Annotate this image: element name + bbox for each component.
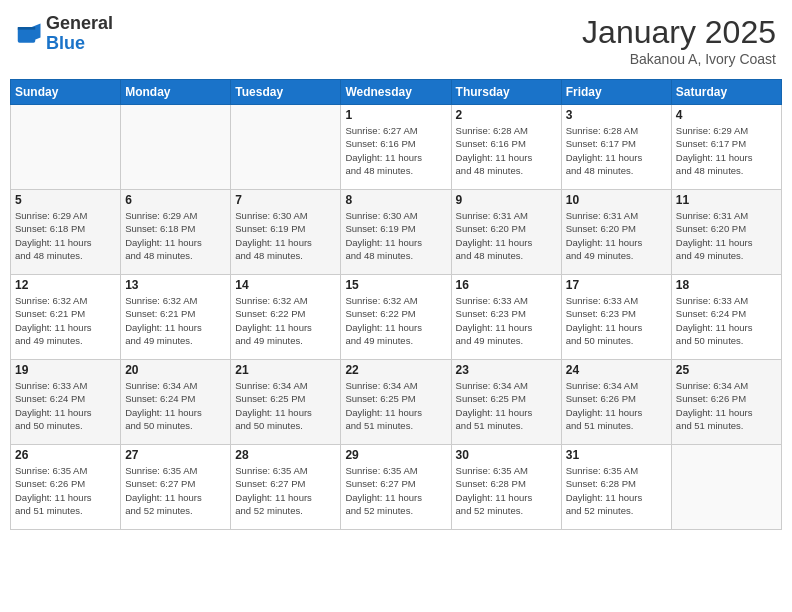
- day-detail: Sunrise: 6:33 AM Sunset: 6:24 PM Dayligh…: [15, 379, 116, 432]
- day-number: 6: [125, 193, 226, 207]
- day-number: 21: [235, 363, 336, 377]
- day-number: 2: [456, 108, 557, 122]
- day-detail: Sunrise: 6:27 AM Sunset: 6:16 PM Dayligh…: [345, 124, 446, 177]
- day-detail: Sunrise: 6:34 AM Sunset: 6:25 PM Dayligh…: [345, 379, 446, 432]
- day-detail: Sunrise: 6:31 AM Sunset: 6:20 PM Dayligh…: [676, 209, 777, 262]
- day-number: 4: [676, 108, 777, 122]
- day-detail: Sunrise: 6:29 AM Sunset: 6:18 PM Dayligh…: [125, 209, 226, 262]
- table-cell: 31Sunrise: 6:35 AM Sunset: 6:28 PM Dayli…: [561, 445, 671, 530]
- logo-general-text: General: [46, 14, 113, 34]
- day-number: 9: [456, 193, 557, 207]
- table-cell: [671, 445, 781, 530]
- table-cell: 1Sunrise: 6:27 AM Sunset: 6:16 PM Daylig…: [341, 105, 451, 190]
- calendar-table: SundayMondayTuesdayWednesdayThursdayFrid…: [10, 79, 782, 530]
- day-detail: Sunrise: 6:34 AM Sunset: 6:24 PM Dayligh…: [125, 379, 226, 432]
- table-cell: 7Sunrise: 6:30 AM Sunset: 6:19 PM Daylig…: [231, 190, 341, 275]
- day-number: 12: [15, 278, 116, 292]
- day-number: 25: [676, 363, 777, 377]
- weekday-saturday: Saturday: [671, 80, 781, 105]
- day-detail: Sunrise: 6:34 AM Sunset: 6:25 PM Dayligh…: [456, 379, 557, 432]
- day-detail: Sunrise: 6:30 AM Sunset: 6:19 PM Dayligh…: [345, 209, 446, 262]
- table-cell: 19Sunrise: 6:33 AM Sunset: 6:24 PM Dayli…: [11, 360, 121, 445]
- day-detail: Sunrise: 6:35 AM Sunset: 6:26 PM Dayligh…: [15, 464, 116, 517]
- day-number: 13: [125, 278, 226, 292]
- day-detail: Sunrise: 6:34 AM Sunset: 6:25 PM Dayligh…: [235, 379, 336, 432]
- weekday-tuesday: Tuesday: [231, 80, 341, 105]
- day-detail: Sunrise: 6:33 AM Sunset: 6:23 PM Dayligh…: [566, 294, 667, 347]
- day-detail: Sunrise: 6:32 AM Sunset: 6:22 PM Dayligh…: [235, 294, 336, 347]
- day-detail: Sunrise: 6:32 AM Sunset: 6:21 PM Dayligh…: [125, 294, 226, 347]
- day-detail: Sunrise: 6:32 AM Sunset: 6:21 PM Dayligh…: [15, 294, 116, 347]
- table-cell: [121, 105, 231, 190]
- svg-marker-1: [32, 23, 41, 41]
- day-number: 27: [125, 448, 226, 462]
- table-cell: 23Sunrise: 6:34 AM Sunset: 6:25 PM Dayli…: [451, 360, 561, 445]
- table-cell: 4Sunrise: 6:29 AM Sunset: 6:17 PM Daylig…: [671, 105, 781, 190]
- day-number: 8: [345, 193, 446, 207]
- week-row-4: 19Sunrise: 6:33 AM Sunset: 6:24 PM Dayli…: [11, 360, 782, 445]
- table-cell: 6Sunrise: 6:29 AM Sunset: 6:18 PM Daylig…: [121, 190, 231, 275]
- day-number: 23: [456, 363, 557, 377]
- day-detail: Sunrise: 6:29 AM Sunset: 6:17 PM Dayligh…: [676, 124, 777, 177]
- table-cell: 13Sunrise: 6:32 AM Sunset: 6:21 PM Dayli…: [121, 275, 231, 360]
- day-number: 11: [676, 193, 777, 207]
- table-cell: 2Sunrise: 6:28 AM Sunset: 6:16 PM Daylig…: [451, 105, 561, 190]
- day-detail: Sunrise: 6:35 AM Sunset: 6:28 PM Dayligh…: [566, 464, 667, 517]
- weekday-friday: Friday: [561, 80, 671, 105]
- day-detail: Sunrise: 6:33 AM Sunset: 6:24 PM Dayligh…: [676, 294, 777, 347]
- day-detail: Sunrise: 6:35 AM Sunset: 6:28 PM Dayligh…: [456, 464, 557, 517]
- day-detail: Sunrise: 6:31 AM Sunset: 6:20 PM Dayligh…: [566, 209, 667, 262]
- day-number: 20: [125, 363, 226, 377]
- day-detail: Sunrise: 6:30 AM Sunset: 6:19 PM Dayligh…: [235, 209, 336, 262]
- weekday-row: SundayMondayTuesdayWednesdayThursdayFrid…: [11, 80, 782, 105]
- table-cell: 16Sunrise: 6:33 AM Sunset: 6:23 PM Dayli…: [451, 275, 561, 360]
- day-number: 5: [15, 193, 116, 207]
- month-title: January 2025: [582, 14, 776, 51]
- day-number: 28: [235, 448, 336, 462]
- day-number: 17: [566, 278, 667, 292]
- table-cell: [231, 105, 341, 190]
- weekday-wednesday: Wednesday: [341, 80, 451, 105]
- table-cell: 8Sunrise: 6:30 AM Sunset: 6:19 PM Daylig…: [341, 190, 451, 275]
- day-detail: Sunrise: 6:35 AM Sunset: 6:27 PM Dayligh…: [125, 464, 226, 517]
- table-cell: 12Sunrise: 6:32 AM Sunset: 6:21 PM Dayli…: [11, 275, 121, 360]
- svg-rect-2: [18, 27, 36, 30]
- table-cell: 27Sunrise: 6:35 AM Sunset: 6:27 PM Dayli…: [121, 445, 231, 530]
- logo: General Blue: [16, 14, 113, 54]
- table-cell: 15Sunrise: 6:32 AM Sunset: 6:22 PM Dayli…: [341, 275, 451, 360]
- table-cell: 21Sunrise: 6:34 AM Sunset: 6:25 PM Dayli…: [231, 360, 341, 445]
- day-detail: Sunrise: 6:33 AM Sunset: 6:23 PM Dayligh…: [456, 294, 557, 347]
- table-cell: 20Sunrise: 6:34 AM Sunset: 6:24 PM Dayli…: [121, 360, 231, 445]
- day-number: 10: [566, 193, 667, 207]
- week-row-1: 1Sunrise: 6:27 AM Sunset: 6:16 PM Daylig…: [11, 105, 782, 190]
- day-detail: Sunrise: 6:31 AM Sunset: 6:20 PM Dayligh…: [456, 209, 557, 262]
- calendar-header: SundayMondayTuesdayWednesdayThursdayFrid…: [11, 80, 782, 105]
- table-cell: 28Sunrise: 6:35 AM Sunset: 6:27 PM Dayli…: [231, 445, 341, 530]
- table-cell: 18Sunrise: 6:33 AM Sunset: 6:24 PM Dayli…: [671, 275, 781, 360]
- day-number: 22: [345, 363, 446, 377]
- location-text: Bakanou A, Ivory Coast: [582, 51, 776, 67]
- table-cell: 3Sunrise: 6:28 AM Sunset: 6:17 PM Daylig…: [561, 105, 671, 190]
- day-number: 18: [676, 278, 777, 292]
- day-number: 1: [345, 108, 446, 122]
- day-detail: Sunrise: 6:35 AM Sunset: 6:27 PM Dayligh…: [235, 464, 336, 517]
- day-number: 30: [456, 448, 557, 462]
- table-cell: 24Sunrise: 6:34 AM Sunset: 6:26 PM Dayli…: [561, 360, 671, 445]
- calendar-body: 1Sunrise: 6:27 AM Sunset: 6:16 PM Daylig…: [11, 105, 782, 530]
- day-detail: Sunrise: 6:28 AM Sunset: 6:16 PM Dayligh…: [456, 124, 557, 177]
- day-number: 31: [566, 448, 667, 462]
- day-number: 15: [345, 278, 446, 292]
- table-cell: 22Sunrise: 6:34 AM Sunset: 6:25 PM Dayli…: [341, 360, 451, 445]
- day-number: 24: [566, 363, 667, 377]
- table-cell: 26Sunrise: 6:35 AM Sunset: 6:26 PM Dayli…: [11, 445, 121, 530]
- table-cell: 9Sunrise: 6:31 AM Sunset: 6:20 PM Daylig…: [451, 190, 561, 275]
- week-row-3: 12Sunrise: 6:32 AM Sunset: 6:21 PM Dayli…: [11, 275, 782, 360]
- day-number: 19: [15, 363, 116, 377]
- day-detail: Sunrise: 6:34 AM Sunset: 6:26 PM Dayligh…: [566, 379, 667, 432]
- week-row-5: 26Sunrise: 6:35 AM Sunset: 6:26 PM Dayli…: [11, 445, 782, 530]
- table-cell: 11Sunrise: 6:31 AM Sunset: 6:20 PM Dayli…: [671, 190, 781, 275]
- table-cell: [11, 105, 121, 190]
- day-number: 16: [456, 278, 557, 292]
- table-cell: 30Sunrise: 6:35 AM Sunset: 6:28 PM Dayli…: [451, 445, 561, 530]
- weekday-monday: Monday: [121, 80, 231, 105]
